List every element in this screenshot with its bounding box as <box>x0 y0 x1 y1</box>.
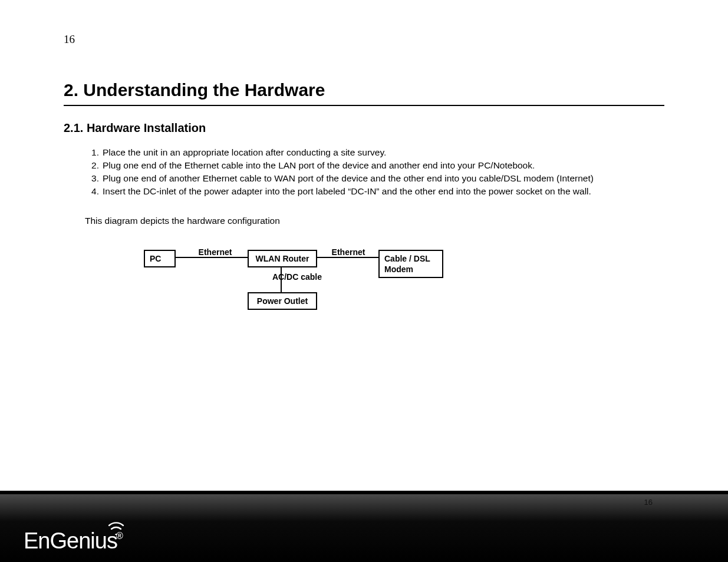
step-text: Place the unit in an appropriate locatio… <box>103 147 386 157</box>
step-number: 3. <box>85 173 99 185</box>
page-footer: 16 EnGenius® <box>0 491 728 562</box>
list-item: 2. Plug one end of the Ethernet cable in… <box>85 160 664 172</box>
diagram-connector <box>176 257 249 258</box>
step-text: Plug one end of another Ethernet cable t… <box>103 173 594 183</box>
installation-steps-list: 1. Place the unit in an appropriate loca… <box>64 147 664 198</box>
brand-logo: EnGenius® <box>24 528 124 554</box>
hardware-diagram: PC WLAN Router Cable / DSL Modem Power O… <box>144 250 474 332</box>
step-number: 1. <box>85 147 99 159</box>
header-page-number: 16 <box>64 33 664 46</box>
step-number: 4. <box>85 186 99 198</box>
diagram-box-router: WLAN Router <box>248 250 317 267</box>
document-page: 16 2. Understanding the Hardware 2.1. Ha… <box>0 0 728 332</box>
diagram-label-acdc: AC/DC cable <box>272 272 337 282</box>
list-item: 1. Place the unit in an appropriate loca… <box>85 147 664 159</box>
step-text: Insert the DC-inlet of the power adapter… <box>103 186 591 196</box>
diagram-box-pc: PC <box>144 250 176 267</box>
diagram-label-ethernet: Ethernet <box>183 247 248 257</box>
footer-page-number: 16 <box>644 498 653 507</box>
step-text: Plug one end of the Ethernet cable into … <box>103 160 535 170</box>
list-item: 3. Plug one end of another Ethernet cabl… <box>85 173 664 185</box>
list-item: 4. Insert the DC-inlet of the power adap… <box>85 186 664 198</box>
diagram-box-modem: Cable / DSL Modem <box>378 250 443 278</box>
step-number: 2. <box>85 160 99 172</box>
footer-body: 16 EnGenius® <box>0 494 728 562</box>
section-subtitle: 2.1. Hardware Installation <box>64 121 664 135</box>
page-title: 2. Understanding the Hardware <box>64 80 664 106</box>
diagram-box-power: Power Outlet <box>248 292 317 310</box>
diagram-label-ethernet: Ethernet <box>322 247 375 257</box>
brand-name: EnGenius <box>24 528 117 553</box>
diagram-caption: This diagram depicts the hardware config… <box>85 216 664 226</box>
registered-icon: ® <box>116 531 123 541</box>
diagram-connector <box>317 257 378 258</box>
